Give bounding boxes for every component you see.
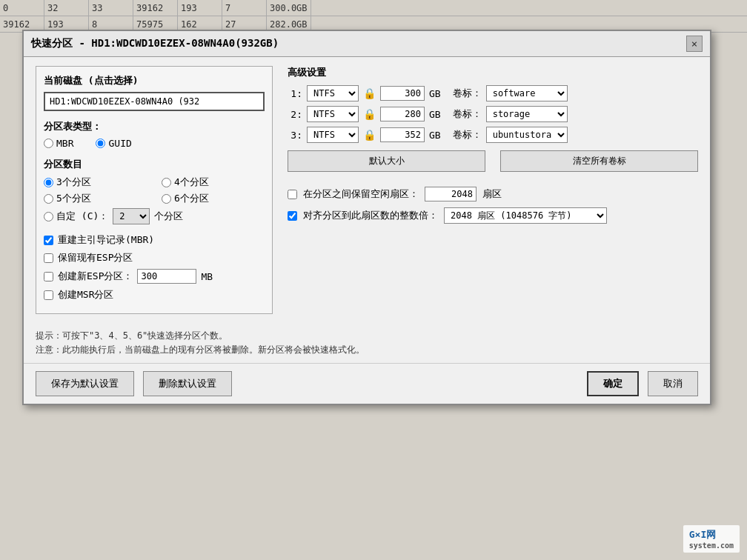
align-sectors-row: 对齐分区到此扇区数的整数倍： 2048 扇区 (1048576 字节) <box>288 207 698 224</box>
default-size-button[interactable]: 默认大小 <box>288 150 485 172</box>
dialog-title: 快速分区 - HD1:WDCWD10EZEX-08WN4A0(932GB) <box>31 37 279 50</box>
hint-1: 提示：可按下"3、4、5、6"快速选择分区个数。 <box>36 329 698 343</box>
ok-button[interactable]: 确定 <box>587 371 639 396</box>
radio-5-partitions[interactable]: 5个分区 <box>44 192 147 205</box>
gb-label-2: GB <box>429 109 441 120</box>
vol-label-3: 卷标： <box>453 128 482 141</box>
partition-num-3: 3: <box>288 130 302 141</box>
radio-custom-partitions[interactable]: 自定 (C)： <box>44 210 108 223</box>
keep-esp-checkbox[interactable]: 保留现有ESP分区 <box>44 251 265 264</box>
dialog-titlebar: 快速分区 - HD1:WDCWD10EZEX-08WN4A0(932GB) × <box>24 31 710 57</box>
create-msr-checkbox[interactable]: 创建MSR分区 <box>44 288 265 301</box>
right-panel: 高级设置 1: NTFS FAT32 exFAT 🔒 GB 卷标： softwa… <box>288 66 698 314</box>
lock-icon-3: 🔒 <box>363 129 376 141</box>
hint-area: 提示：可按下"3、4、5、6"快速选择分区个数。 注意：此功能执行后，当前磁盘上… <box>24 323 710 363</box>
disk-select-input[interactable] <box>44 92 265 111</box>
disk-section-label: 当前磁盘 (点击选择) <box>44 74 265 87</box>
partition-num-2: 2: <box>288 109 302 120</box>
dialog-footer: 保存为默认设置 删除默认设置 确定 取消 <box>24 363 710 404</box>
watermark: G×I网 system.com <box>683 525 740 553</box>
partition-row-3: 3: NTFS FAT32 exFAT 🔒 GB 卷标： ubuntustora <box>288 127 698 143</box>
radio-guid[interactable]: GUID <box>96 138 131 149</box>
vol-select-1[interactable]: software <box>486 85 568 101</box>
lock-icon-2: 🔒 <box>363 108 376 120</box>
keep-free-sectors-label: 在分区之间保留空闲扇区： <box>303 187 419 201</box>
delete-default-button[interactable]: 删除默认设置 <box>143 371 232 396</box>
size-input-3[interactable] <box>380 127 425 142</box>
align-sectors-select[interactable]: 2048 扇区 (1048576 字节) <box>444 207 607 224</box>
close-button[interactable]: × <box>686 36 703 52</box>
vol-label-2: 卷标： <box>453 107 482 121</box>
fs-select-3[interactable]: NTFS FAT32 exFAT <box>307 127 359 143</box>
vol-label-1: 卷标： <box>453 87 482 100</box>
size-input-1[interactable] <box>380 86 425 101</box>
radio-3-partitions[interactable]: 3个分区 <box>44 176 147 189</box>
create-esp-checkbox[interactable]: 创建新ESP分区： <box>44 270 133 283</box>
fs-select-1[interactable]: NTFS FAT32 exFAT <box>307 85 359 101</box>
quick-partition-dialog: 快速分区 - HD1:WDCWD10EZEX-08WN4A0(932GB) × … <box>22 30 711 405</box>
align-sectors-label: 对齐分区到此扇区数的整数倍： <box>303 209 438 222</box>
cancel-button[interactable]: 取消 <box>648 371 698 396</box>
radio-4-partitions[interactable]: 4个分区 <box>162 176 265 189</box>
custom-partition-count-select[interactable]: 2 3 4 <box>113 208 150 224</box>
partition-row-2: 2: NTFS FAT32 exFAT 🔒 GB 卷标： storage <box>288 106 698 122</box>
clear-labels-button[interactable]: 清空所有卷标 <box>500 150 698 172</box>
hint-2: 注意：此功能执行后，当前磁盘上的现有分区将被删除。新分区将会被快速格式化。 <box>36 343 698 357</box>
size-input-2[interactable] <box>380 107 425 121</box>
watermark-text: G×I网 <box>689 528 734 541</box>
fs-select-2[interactable]: NTFS FAT32 exFAT <box>307 106 359 122</box>
gb-label-3: GB <box>429 130 441 141</box>
partition-count-label: 分区数目 <box>44 158 265 171</box>
esp-size-input[interactable] <box>137 269 196 284</box>
advanced-settings-label: 高级设置 <box>288 66 698 79</box>
watermark-sub: system.com <box>689 541 734 550</box>
left-panel: 当前磁盘 (点击选择) 分区表类型： MBR GUID <box>36 66 273 314</box>
free-sectors-value[interactable] <box>425 187 477 201</box>
partition-num-1: 1: <box>288 88 302 99</box>
save-default-button[interactable]: 保存为默认设置 <box>36 371 134 396</box>
partition-type-label: 分区表类型： <box>44 120 265 133</box>
vol-select-2[interactable]: storage <box>486 106 568 122</box>
radio-mbr[interactable]: MBR <box>44 138 73 149</box>
keep-free-sectors-row: 在分区之间保留空闲扇区： 扇区 <box>288 187 698 201</box>
sector-unit-label: 扇区 <box>482 187 502 201</box>
vol-select-3[interactable]: ubuntustora <box>486 127 568 143</box>
rebuild-mbr-checkbox[interactable]: 重建主引导记录(MBR) <box>44 233 265 247</box>
lock-icon-1: 🔒 <box>363 87 376 99</box>
partition-row-1: 1: NTFS FAT32 exFAT 🔒 GB 卷标： software <box>288 85 698 101</box>
radio-6-partitions[interactable]: 6个分区 <box>162 192 265 205</box>
keep-free-sectors-checkbox[interactable] <box>288 190 297 199</box>
gb-label-1: GB <box>429 88 441 99</box>
align-sectors-checkbox[interactable] <box>288 211 297 221</box>
